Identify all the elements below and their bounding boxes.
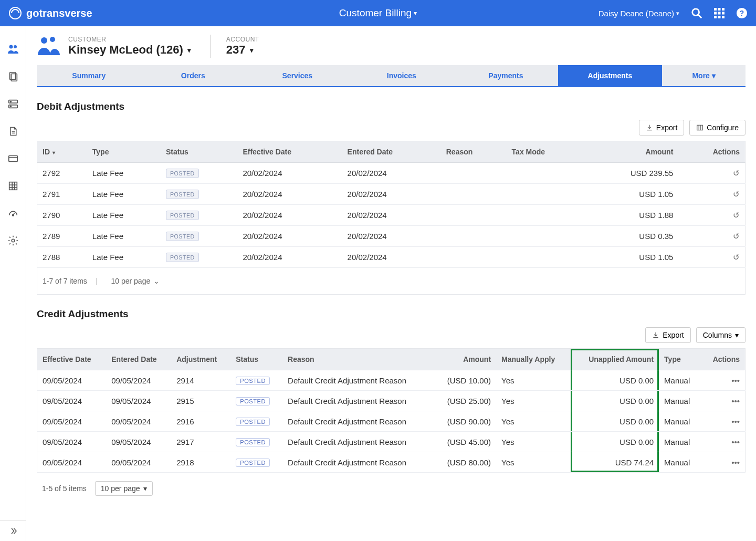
more-icon[interactable]: ••• [731,417,740,426]
tab-services[interactable]: Services [245,65,350,86]
cell-reason [441,247,507,268]
sidebar-item-table[interactable] [0,172,26,200]
debit-toolbar: Export Configure [37,120,746,136]
sidebar-item-copy[interactable] [0,63,26,90]
download-icon [652,331,659,339]
cell-type: Late Fee [87,205,161,226]
status-badge: POSTED [236,459,270,467]
logo-icon [8,6,22,20]
cell-effective: 09/05/2024 [37,452,107,473]
cell-amount: USD 1.05 [584,184,678,205]
debit-export-button[interactable]: Export [639,120,684,136]
credit-table: Effective Date Entered Date Adjustment S… [37,348,746,473]
svg-text:?: ? [740,9,744,17]
undo-icon[interactable]: ↺ [733,211,740,220]
col-taxmode[interactable]: Tax Mode [507,141,584,163]
undo-icon[interactable]: ↺ [733,253,740,262]
cell-entered: 09/05/2024 [106,370,171,391]
customer-selector[interactable]: Kinsey McLeod (126) ▾ [68,43,191,57]
main-content: CUSTOMER Kinsey McLeod (126) ▾ ACCOUNT 2… [26,26,756,541]
cell-amount: (USD 90.00) [433,411,496,432]
more-icon[interactable]: ••• [731,397,740,405]
svg-rect-4 [718,8,721,11]
debit-per-page[interactable]: 10 per page ⌄ [106,274,165,288]
table-row: 2792Late FeePOSTED20/02/202420/02/2024US… [37,163,746,184]
table-row: 2791Late FeePOSTED20/02/202420/02/2024US… [37,184,746,205]
columns-icon [696,124,704,131]
more-icon[interactable]: ••• [731,458,740,467]
sidebar-item-customers[interactable] [0,36,26,63]
tab-orders[interactable]: Orders [141,65,246,86]
credit-columns-button[interactable]: Columns ▾ [696,327,746,343]
col-amount[interactable]: Amount [433,349,496,370]
search-icon[interactable] [691,7,702,19]
credit-footer: 1-5 of 5 items 10 per page ▾ [37,481,746,496]
col-adjustment[interactable]: Adjustment [171,349,230,370]
user-name: Daisy Deane (Deane) [598,9,674,18]
cell-entered: 09/05/2024 [106,391,171,411]
tab-payments[interactable]: Payments [454,65,558,86]
undo-icon[interactable]: ↺ [733,190,740,199]
col-status[interactable]: Status [230,349,282,370]
cell-manually: Yes [496,432,571,452]
col-entered[interactable]: Entered Date [106,349,171,370]
sidebar-expand[interactable] [0,520,26,541]
cell-unapplied: USD 0.00 [571,432,659,452]
col-amount[interactable]: Amount [584,141,678,163]
cell-effective: 09/05/2024 [37,391,107,411]
col-effective[interactable]: Effective Date [237,141,342,163]
cell-unapplied: USD 74.24 [571,452,659,473]
col-unapplied[interactable]: Unapplied Amount [571,349,659,370]
undo-icon[interactable]: ↺ [733,169,740,178]
undo-icon[interactable]: ↺ [733,232,740,241]
sidebar [0,26,26,541]
col-entered[interactable]: Entered Date [342,141,441,163]
cell-unapplied: USD 0.00 [571,391,659,411]
svg-point-33 [12,239,15,242]
col-type[interactable]: Type [659,349,701,370]
status-badge: POSTED [166,232,199,241]
svg-rect-6 [714,12,717,15]
credit-per-page[interactable]: 10 per page ▾ [95,481,153,496]
logo[interactable]: gotransverse [8,6,92,20]
cell-status: POSTED [230,411,282,432]
sidebar-item-card[interactable] [0,145,26,172]
col-type[interactable]: Type [87,141,161,163]
col-effective[interactable]: Effective Date [37,349,107,370]
sidebar-item-data[interactable] [0,90,26,118]
more-icon[interactable]: ••• [731,376,740,385]
sidebar-item-document[interactable] [0,118,26,145]
tab-summary[interactable]: Summary [37,65,141,86]
col-status[interactable]: Status [161,141,237,163]
account-selector[interactable]: 237 ▾ [226,43,259,57]
col-reason[interactable]: Reason [441,141,507,163]
tab-invoices[interactable]: Invoices [350,65,454,86]
account-label: ACCOUNT [226,36,259,43]
col-reason[interactable]: Reason [282,349,433,370]
col-id[interactable]: ID ▾ [37,141,87,163]
more-icon[interactable]: ••• [731,438,740,446]
tab-more[interactable]: More ▾ [662,65,746,86]
table-row: 09/05/202409/05/20242916POSTEDDefault Cr… [37,411,746,432]
credit-count: 1-5 of 5 items [42,484,87,493]
apps-grid-icon[interactable] [714,8,724,18]
cell-amount: (USD 25.00) [433,391,496,411]
help-icon[interactable]: ? [736,7,748,19]
sidebar-item-dashboard[interactable] [0,200,26,227]
cell-manually: Yes [496,452,571,473]
cell-reason: Default Credit Adjustment Reason [282,391,433,411]
cell-actions: ••• [701,452,746,473]
app-title-dropdown[interactable]: Customer Billing ▾ [339,7,417,19]
tab-adjustments[interactable]: Adjustments [558,65,663,86]
cell-type: Late Fee [87,247,161,268]
sidebar-item-settings[interactable] [0,227,26,254]
cell-type: Late Fee [87,163,161,184]
col-manually[interactable]: Manually Apply [496,349,571,370]
credit-export-button[interactable]: Export [645,327,690,343]
cell-reason [441,163,507,184]
debit-configure-button[interactable]: Configure [689,120,746,136]
user-menu[interactable]: Daisy Deane (Deane) ▾ [598,9,679,18]
customer-avatar-icon [37,35,61,58]
server-icon [7,98,19,110]
svg-rect-26 [9,182,17,190]
